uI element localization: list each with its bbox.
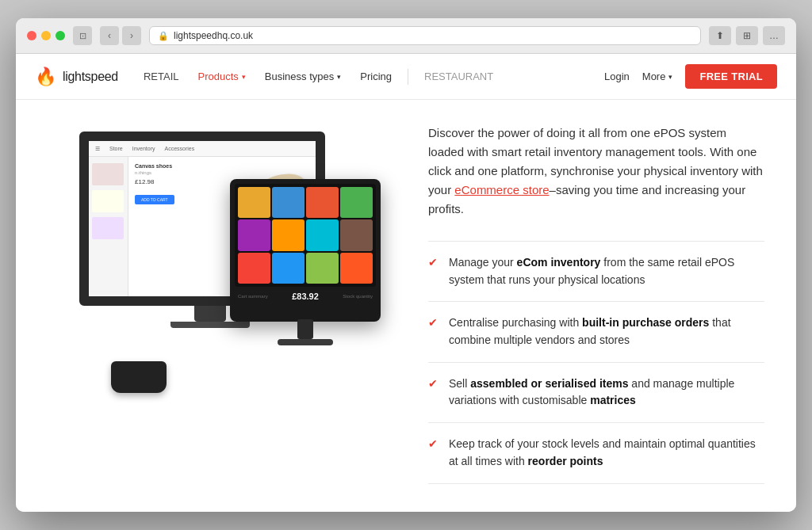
main-content: ☰ Store Inventory Accessories: [16, 100, 796, 512]
nav-business-types[interactable]: Business types ▾: [255, 54, 350, 100]
more-chevron: ▾: [668, 73, 672, 81]
pos-screen: [235, 184, 376, 287]
more-options-button[interactable]: …: [763, 26, 785, 45]
url-text: lightspeedhq.co.uk: [174, 30, 253, 41]
nav-products[interactable]: Products ▾: [189, 54, 255, 100]
add-to-cart-btn[interactable]: ADD TO CART: [135, 195, 174, 204]
nav-right: Login More ▾ FREE TRIAL: [604, 64, 777, 89]
forward-button[interactable]: ›: [122, 26, 141, 45]
shoe-thumb-3: [92, 217, 124, 239]
back-button[interactable]: ‹: [100, 26, 119, 45]
nav-retail[interactable]: RETAIL: [134, 54, 189, 100]
pos-item-7: [306, 219, 339, 250]
monitor-stand: [194, 306, 226, 322]
logo-text: lightspeed: [63, 70, 118, 84]
right-panel: Discover the power of doing it all from …: [412, 124, 764, 488]
browser-actions: ⬆ ⊞ …: [709, 26, 785, 45]
check-icon-1: ✔: [428, 256, 438, 269]
shoe-thumb-2: [92, 190, 124, 212]
window-mode-button[interactable]: ⊡: [73, 26, 92, 45]
left-panel: ☰ Store Inventory Accessories: [48, 124, 412, 488]
feature-list: ✔ Manage your eCom inventory from the sa…: [428, 241, 764, 484]
pos-bottom-bar: Cart summary £83.92 Stock quantity: [235, 290, 376, 303]
feature-text-2: Centralise purchasing with built-in purc…: [449, 315, 764, 349]
feature-item-1: ✔ Manage your eCom inventory from the sa…: [428, 241, 764, 301]
pos-item-8: [340, 219, 373, 250]
pos-stand-arm: [297, 319, 313, 339]
check-icon-2: ✔: [428, 316, 438, 329]
ecom-link[interactable]: eCommerce store: [454, 183, 549, 196]
pos-price: £83.92: [292, 292, 319, 301]
pos-item-12: [340, 253, 373, 284]
screen-sidebar: [89, 157, 128, 296]
minimize-button[interactable]: [41, 31, 51, 40]
pos-item-1: [238, 187, 270, 218]
flame-icon: 🔥: [35, 67, 56, 87]
lock-icon: 🔒: [158, 31, 169, 41]
browser-chrome: ⊡ ‹ › 🔒 lightspeedhq.co.uk ⬆ ⊞ …: [16, 18, 796, 54]
nav-restaurant[interactable]: RESTAURANT: [415, 54, 503, 100]
pos-item-6: [272, 219, 304, 250]
barcode-scanner: [111, 361, 167, 393]
pos-stand-base: [278, 339, 333, 345]
monitor-base: [170, 322, 250, 328]
share-button[interactable]: ⬆: [709, 26, 731, 45]
feature-text-3: Sell assembled or serialised items and m…: [449, 376, 764, 410]
pos-item-3: [306, 187, 339, 218]
pos-item-4: [340, 187, 373, 218]
pos-item-5: [238, 219, 270, 250]
free-trial-button[interactable]: FREE TRIAL: [685, 64, 777, 89]
check-icon-3: ✔: [428, 377, 438, 390]
navbar: 🔥 lightspeed RETAIL Products ▾ Business …: [16, 54, 796, 100]
new-tab-button[interactable]: ⊞: [736, 26, 758, 45]
pos-label-left: Cart summary: [238, 294, 268, 299]
logo-area[interactable]: 🔥 lightspeed: [35, 67, 118, 87]
login-link[interactable]: Login: [604, 71, 630, 82]
device-image: ☰ Store Inventory Accessories: [79, 132, 381, 401]
intro-paragraph: Discover the power of doing it all from …: [428, 124, 764, 219]
pos-tablet: Cart summary £83.92 Stock quantity: [230, 179, 381, 322]
nav-links: RETAIL Products ▾ Business types ▾ Prici…: [134, 54, 604, 100]
nav-buttons: ‹ ›: [100, 26, 141, 45]
feature-text-1: Manage your eCom inventory from the same…: [449, 254, 764, 288]
nav-pricing[interactable]: Pricing: [350, 54, 401, 100]
pos-item-11: [306, 253, 339, 284]
pos-item-9: [238, 253, 270, 284]
feature-item-3: ✔ Sell assembled or serialised items and…: [428, 362, 764, 422]
feature-text-4: Keep track of your stock levels and main…: [449, 436, 764, 470]
address-bar[interactable]: 🔒 lightspeedhq.co.uk: [149, 26, 701, 45]
traffic-lights: [27, 31, 65, 40]
close-button[interactable]: [27, 31, 36, 40]
browser-window: ⊡ ‹ › 🔒 lightspeedhq.co.uk ⬆ ⊞ … 🔥 light…: [16, 18, 796, 512]
screen-nav: ☰ Store Inventory Accessories: [89, 141, 316, 157]
pos-label-right: Stock quantity: [343, 294, 373, 299]
maximize-button[interactable]: [56, 31, 65, 40]
pos-stand: [278, 319, 333, 345]
business-types-chevron: ▾: [337, 73, 341, 81]
nav-divider: [408, 69, 408, 85]
products-chevron: ▾: [242, 73, 246, 81]
feature-item-4: ✔ Keep track of your stock levels and ma…: [428, 422, 764, 483]
shoe-thumb-1: [92, 163, 124, 185]
pos-item-10: [272, 253, 304, 284]
check-icon-4: ✔: [428, 437, 438, 450]
pos-item-2: [272, 187, 304, 218]
feature-item-2: ✔ Centralise purchasing with built-in pu…: [428, 301, 764, 361]
more-button[interactable]: More ▾: [642, 71, 673, 82]
